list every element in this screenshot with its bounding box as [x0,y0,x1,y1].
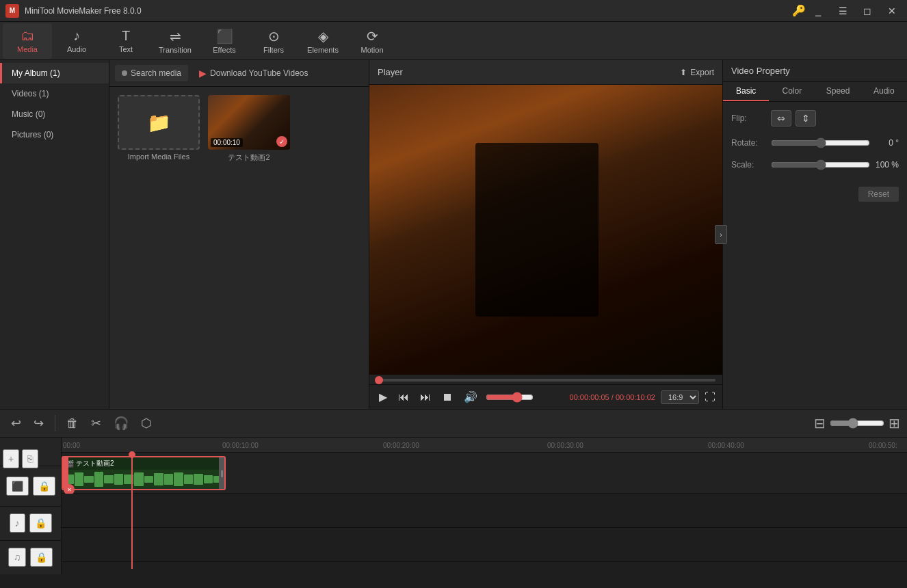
scale-slider[interactable] [771,159,870,170]
timeline-ruler[interactable]: 00:00 00:00:10:00 00:00:20:00 00:00:30:0… [62,438,907,453]
export-icon: ⬆ [680,68,687,77]
minimize-button[interactable]: ⎯ [809,3,828,18]
track-audio-add[interactable]: ♪ [10,513,25,533]
scale-control: 100 % [771,159,899,170]
zoom-in-button[interactable]: ⊞ [889,415,900,431]
seek-track[interactable] [376,379,715,382]
add-track-button[interactable]: + [3,449,19,468]
track-video-lock[interactable]: 🔒 [33,477,55,496]
aspect-ratio-select[interactable]: 16:9 9:16 4:3 1:1 [661,390,699,404]
video-duration-badge: 00:00:10 [211,138,243,147]
rotate-value: 0 ° [874,138,899,148]
track-extra-lock[interactable]: 🔒 [30,548,53,567]
close-button[interactable]: ✕ [882,3,902,18]
sidebar: My Album (1) Videos (1) Music (0) Pictur… [0,60,109,409]
search-media-button[interactable]: Search media [115,65,188,81]
tab-audio[interactable]: Audio [861,82,907,101]
audio-button[interactable]: 🎧 [109,413,133,433]
zoom-out-button[interactable]: ⊟ [814,415,826,431]
player-title: Player [378,67,403,77]
toolbar-filters-label: Filters [263,46,284,54]
tab-basic[interactable]: Basic [723,82,769,101]
settings-button[interactable]: ☰ [833,3,852,18]
crop-button[interactable]: ⬡ [137,413,156,433]
redo-button[interactable]: ↪ [29,413,48,433]
transition-icon: ⇌ [170,28,181,44]
restore-button[interactable]: ◻ [858,3,877,18]
audio-icon: ♪ [73,28,80,44]
filters-icon: ⊙ [268,28,280,44]
collapse-panel-button[interactable]: › [715,225,727,244]
import-media-item[interactable]: 📁 Import Media Files [118,95,200,163]
seek-thumb[interactable] [375,376,383,384]
rotate-control: 0 ° [771,137,899,148]
sidebar-item-music[interactable]: Music (0) [0,104,109,124]
player-video [369,85,722,375]
sidebar-item-my-album[interactable]: My Album (1) [0,63,109,83]
flip-vertical-button[interactable]: ⇕ [796,110,816,126]
playhead[interactable] [131,453,133,569]
tab-color[interactable]: Color [769,82,815,101]
properties-panel: Video Property Basic Color Speed Audio F… [722,60,907,409]
reset-button[interactable]: Reset [858,187,899,202]
toolbar-filters[interactable]: ⊙ Filters [249,23,298,59]
video-scene [369,85,722,375]
clip-header: 🎬 テスト動画2 [63,457,224,470]
volume-button[interactable]: 🔊 [461,389,480,405]
flip-horizontal-button[interactable]: ⇔ [771,110,791,126]
video-thumb[interactable]: 00:00:10 ✓ [208,95,290,150]
toolbar-elements[interactable]: ◈ Elements [298,23,347,59]
video-media-item[interactable]: 00:00:10 ✓ テスト動画2 [208,95,290,163]
motion-icon: ⟳ [367,28,378,44]
toolbar-motion[interactable]: ⟳ Motion [347,23,397,59]
rotate-slider[interactable] [771,137,870,148]
timeline-left: + ⎘ ⬛ 🔒 ♪ 🔒 ♫ 🔒 [0,438,62,574]
toolbar-effects[interactable]: ⬛ Effects [200,23,249,59]
toolbar-transition-label: Transition [159,46,192,54]
play-button[interactable]: ▶ [376,389,390,405]
toolbar-audio[interactable]: ♪ Audio [52,23,101,59]
fullscreen-button[interactable]: ⛶ [705,391,715,403]
cut-button[interactable]: ✂ [87,413,105,433]
toolbar-effects-label: Effects [213,46,235,54]
toolbar-text[interactable]: T Text [101,23,150,59]
track-video-add[interactable]: ⬛ [6,477,29,496]
volume-slider[interactable] [486,392,534,403]
sidebar-item-pictures[interactable]: Pictures (0) [0,124,109,145]
rotate-label: Rotate: [731,138,765,148]
player-seekbar[interactable] [369,375,722,384]
copy-track-button[interactable]: ⎘ [22,449,38,468]
toolbar-audio-label: Audio [67,45,86,53]
properties-tabs: Basic Color Speed Audio [723,82,907,102]
toolbar-elements-label: Elements [307,46,339,54]
next-frame-button[interactable]: ⏭ [417,390,434,405]
prev-frame-button[interactable]: ⏮ [395,390,412,405]
waveform-bar [114,474,124,485]
toolbar-motion-label: Motion [360,46,383,54]
scale-row: Scale: 100 % [731,159,899,170]
key-icon: 🔑 [792,4,806,17]
controls-divider-1 [55,415,55,431]
toolbar-transition[interactable]: ⇌ Transition [150,23,200,59]
clip-handle-right[interactable]: ‖ [219,457,224,489]
waveform-bar [94,472,104,487]
waveform-bar [75,472,84,485]
tab-speed[interactable]: Speed [815,82,861,101]
media-icon: 🗂 [21,28,34,44]
track-extra-add[interactable]: ♫ [8,548,27,567]
undo-button[interactable]: ↩ [7,413,25,433]
track-audio-lock[interactable]: 🔒 [29,513,52,533]
time-display: 00:00:00:05 / 00:00:10:02 [570,393,655,401]
download-youtube-button[interactable]: ▶ Download YouTube Videos [194,64,313,82]
stop-button[interactable]: ⏹ [439,390,456,405]
export-button[interactable]: ⬆ Export [680,68,714,77]
main-area: My Album (1) Videos (1) Music (0) Pictur… [0,60,907,409]
waveform-bar [154,473,163,485]
waveform-bar [134,472,144,486]
delete-button[interactable]: 🗑 [62,414,83,433]
toolbar-media[interactable]: 🗂 Media [3,23,52,59]
sidebar-item-videos[interactable]: Videos (1) [0,83,109,104]
video-clip[interactable]: 🎬 テスト動画2 [62,456,226,490]
zoom-slider[interactable] [830,418,884,429]
import-media-thumb[interactable]: 📁 [118,95,200,150]
